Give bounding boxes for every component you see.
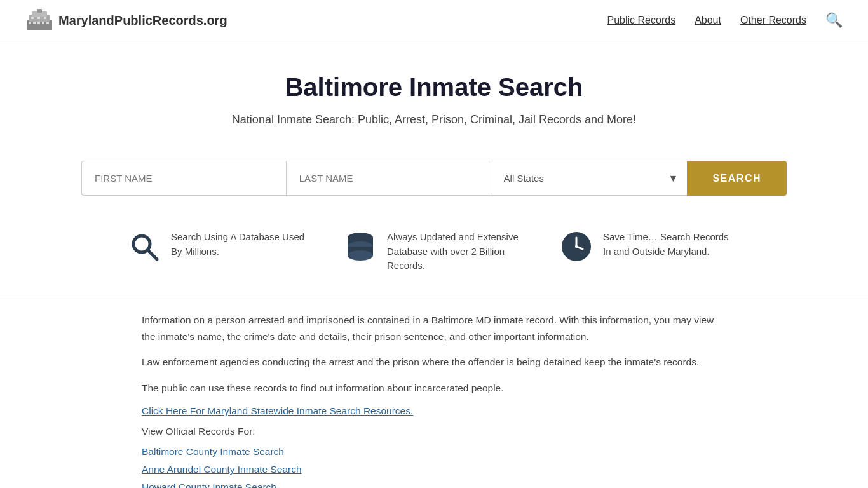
feature-clock: Save Time… Search Records In and Outside…: [561, 230, 739, 268]
content-para-1: Information on a person arrested and imp…: [142, 312, 726, 346]
svg-rect-5: [33, 22, 36, 24]
feature-clock-text: Save Time… Search Records In and Outside…: [603, 230, 739, 259]
svg-rect-10: [37, 17, 40, 19]
anne-arundel-link-block: Anne Arundel County Inmate Search: [142, 464, 726, 475]
nav-other-records[interactable]: Other Records: [740, 15, 806, 26]
anne-arundel-inmate-link[interactable]: Anne Arundel County Inmate Search: [142, 464, 302, 475]
svg-rect-9: [31, 17, 34, 19]
state-select[interactable]: All StatesAlabamaAlaskaArizonaArkansasCa…: [491, 161, 688, 195]
svg-rect-8: [46, 22, 49, 24]
search-button[interactable]: SEARCH: [687, 161, 787, 196]
clock-feature-icon: [561, 231, 592, 268]
feature-search-text: Search Using A Database Used By Millions…: [171, 230, 307, 259]
logo-link[interactable]: MarylandPublicRecords.org: [25, 9, 227, 32]
main-nav: Public Records About Other Records 🔍: [607, 12, 843, 29]
howard-county-link-block: Howard County Inmate Search: [142, 482, 726, 488]
baltimore-county-inmate-link[interactable]: Baltimore County Inmate Search: [142, 446, 284, 457]
search-form: All StatesAlabamaAlaskaArizonaArkansasCa…: [69, 161, 799, 196]
baltimore-county-link-block: Baltimore County Inmate Search: [142, 446, 726, 458]
first-name-input[interactable]: [81, 161, 286, 196]
site-header: MarylandPublicRecords.org Public Records…: [0, 0, 868, 41]
svg-point-18: [348, 250, 373, 261]
logo-text: MarylandPublicRecords.org: [58, 13, 227, 28]
feature-database: Always Updated and Extensive Database wi…: [345, 230, 523, 273]
nav-public-records[interactable]: Public Records: [607, 15, 676, 26]
svg-rect-3: [37, 9, 42, 13]
content-para-2: Law enforcement agencies conducting the …: [142, 354, 726, 370]
svg-rect-11: [44, 17, 46, 19]
svg-rect-7: [42, 22, 44, 24]
nav-about[interactable]: About: [695, 15, 721, 26]
howard-county-inmate-link[interactable]: Howard County Inmate Search: [142, 482, 276, 488]
main-content: Information on a person arrested and imp…: [116, 299, 752, 489]
last-name-input[interactable]: [286, 161, 491, 196]
view-official-label: View Official Records For:: [142, 423, 726, 440]
svg-line-13: [148, 250, 157, 259]
page-title: Baltimore Inmate Search: [13, 73, 855, 102]
svg-point-23: [575, 245, 578, 248]
logo-icon: [25, 9, 53, 32]
svg-rect-6: [37, 22, 40, 24]
content-para-3: The public can use these records to find…: [142, 380, 726, 396]
features-section: Search Using A Database Used By Millions…: [53, 211, 815, 299]
statewide-link-block: Click Here For Maryland Statewide Inmate…: [142, 405, 726, 417]
state-select-wrapper: All StatesAlabamaAlaskaArizonaArkansasCa…: [491, 161, 688, 196]
feature-database-text: Always Updated and Extensive Database wi…: [387, 230, 523, 273]
statewide-inmate-search-link[interactable]: Click Here For Maryland Statewide Inmate…: [142, 405, 413, 416]
feature-search: Search Using A Database Used By Millions…: [129, 230, 307, 268]
hero-subtitle: National Inmate Search: Public, Arrest, …: [13, 113, 855, 126]
hero-section: Baltimore Inmate Search National Inmate …: [0, 41, 868, 146]
database-feature-icon: [345, 231, 376, 271]
nav-search-icon[interactable]: 🔍: [825, 12, 843, 29]
svg-rect-4: [29, 22, 31, 24]
search-feature-icon: [129, 231, 159, 268]
